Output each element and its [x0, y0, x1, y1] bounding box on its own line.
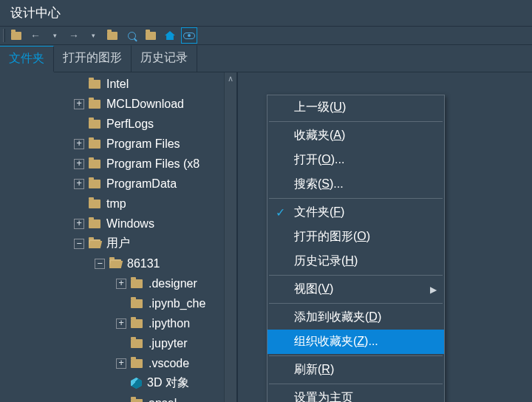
tree-node[interactable]: ansel [0, 393, 236, 402]
home-icon [165, 31, 175, 40]
expand-icon[interactable]: + [116, 279, 126, 289]
menu-item[interactable]: ✓文件夹(F) [267, 200, 444, 225]
folder-icon [146, 32, 156, 40]
menu-item-label: 上一级(U) [294, 100, 346, 115]
submenu-arrow-icon: ▶ [430, 285, 437, 295]
collapse-icon[interactable]: − [74, 239, 84, 249]
expand-icon[interactable]: + [116, 358, 126, 369]
tree-node-label: .designer [149, 277, 197, 290]
eye-icon [183, 33, 195, 39]
tree-node[interactable]: .jupyter [0, 333, 236, 353]
folder-icon [109, 259, 121, 268]
expand-icon[interactable]: + [74, 139, 84, 149]
tree-node[interactable]: Intel [0, 74, 236, 94]
folder-icon [131, 359, 143, 368]
expand-spacer [74, 199, 84, 209]
tree-node[interactable]: +.ipython [0, 313, 236, 333]
context-menu[interactable]: 上一级(U)收藏夹(A)打开(O)...搜索(S)...✓文件夹(F)打开的图形… [267, 95, 445, 402]
menu-item[interactable]: 添加到收藏夹(D) [267, 305, 444, 330]
tree-node[interactable]: +Windows [0, 214, 236, 234]
folder-icon [89, 80, 100, 89]
menu-item-label: 收藏夹(A) [294, 128, 345, 143]
expand-spacer [116, 378, 126, 389]
tree-node-label: PerfLogs [106, 117, 154, 131]
forward-history-button[interactable]: ▾ [85, 27, 101, 44]
menu-item-label: 搜索(S)... [294, 177, 344, 192]
folder-icon [89, 219, 100, 228]
menu-item[interactable]: 打开的图形(O) [267, 225, 444, 249]
tree-node-label: Intel [106, 78, 129, 91]
tree-node-label: .vscode [149, 357, 189, 370]
folder-icon [89, 160, 100, 168]
menu-item[interactable]: 历史记录(H) [267, 249, 444, 273]
menu-item[interactable]: 刷新(R) [267, 358, 444, 382]
menu-item-label: 打开(O)... [294, 152, 344, 168]
menu-item-label: 组织收藏夹(Z)... [294, 334, 378, 350]
menu-item[interactable]: 搜索(S)... [267, 172, 444, 197]
folder-icon [89, 120, 100, 129]
menu-item-label: 文件夹(F) [294, 205, 344, 220]
expand-spacer [116, 299, 126, 309]
favorites-button[interactable] [143, 27, 159, 44]
tree-node[interactable]: .ipynb_che [0, 293, 236, 313]
folder2-button[interactable] [104, 27, 120, 44]
menu-item[interactable]: 打开(O)... [267, 148, 444, 172]
folder-icon [131, 299, 143, 308]
scrollbar[interactable]: ∧ [224, 72, 236, 402]
tree-node[interactable]: −86131 [0, 253, 236, 273]
menu-item-label: 刷新(R) [294, 362, 334, 378]
window-title: 设计中心 [0, 0, 532, 26]
tab-1[interactable]: 打开的图形 [54, 45, 132, 72]
expand-icon[interactable]: + [74, 219, 84, 229]
tab-0[interactable]: 文件夹 [0, 46, 54, 72]
tree-node[interactable]: +Program Files [0, 134, 236, 154]
search-button[interactable] [123, 27, 140, 44]
menu-separator [269, 355, 443, 356]
folder-tree[interactable]: Intel+MCLDownloadPerfLogs+Program Files+… [0, 74, 236, 402]
menu-item[interactable]: 上一级(U) [267, 95, 444, 120]
collapse-icon[interactable]: − [95, 259, 105, 269]
back-history-button[interactable]: ▾ [47, 27, 63, 44]
back-button[interactable]: ← [27, 27, 44, 44]
tree-node[interactable]: tmp [0, 194, 236, 214]
folder-icon [89, 180, 100, 188]
expand-spacer [74, 119, 84, 129]
tree-node[interactable]: +.vscode [0, 353, 236, 373]
tree-node[interactable]: −用户 [0, 234, 236, 253]
tree-node-label: tmp [106, 197, 126, 211]
tree-node[interactable]: +ProgramData [0, 174, 236, 194]
tree-node[interactable]: +.designer [0, 273, 236, 293]
expand-icon[interactable]: + [74, 159, 84, 169]
menu-item[interactable]: 收藏夹(A) [267, 123, 444, 148]
preview-button[interactable] [181, 27, 197, 44]
expand-spacer [116, 398, 126, 403]
folder-button[interactable] [8, 27, 24, 44]
expand-icon[interactable]: + [74, 99, 84, 109]
menu-separator [269, 275, 443, 276]
tree-node-label: Program Files (x8 [106, 157, 200, 171]
tree-node[interactable]: +MCLDownload [0, 94, 236, 114]
folder-icon [11, 32, 21, 40]
tree-node[interactable]: +Program Files (x8 [0, 154, 236, 174]
menu-item[interactable]: 设置为主页 [267, 386, 444, 402]
tree-node-label: 用户 [106, 236, 130, 251]
expand-spacer [116, 338, 126, 349]
forward-button[interactable]: → [66, 27, 82, 44]
tab-2[interactable]: 历史记录 [132, 45, 197, 72]
folder-icon [131, 319, 143, 328]
menu-item[interactable]: 组织收藏夹(Z)... [267, 330, 444, 354]
tree-node[interactable]: 3D 对象 [0, 373, 236, 393]
expand-icon[interactable]: + [116, 318, 126, 329]
menu-item-label: 历史记录(H) [294, 253, 358, 269]
menu-separator [269, 303, 443, 304]
tree-node-label: Program Files [106, 137, 180, 151]
tree-node-label: Windows [106, 217, 154, 231]
menu-item[interactable]: 视图(V)▶ [267, 277, 444, 302]
scroll-up-button[interactable]: ∧ [225, 72, 236, 85]
expand-icon[interactable]: + [74, 179, 84, 189]
home-button[interactable] [162, 27, 178, 44]
tree-node-label: .ipynb_che [149, 297, 205, 310]
tree-node-label: 86131 [127, 257, 160, 270]
menu-item-label: 视图(V) [294, 282, 333, 297]
tree-node[interactable]: PerfLogs [0, 114, 236, 134]
